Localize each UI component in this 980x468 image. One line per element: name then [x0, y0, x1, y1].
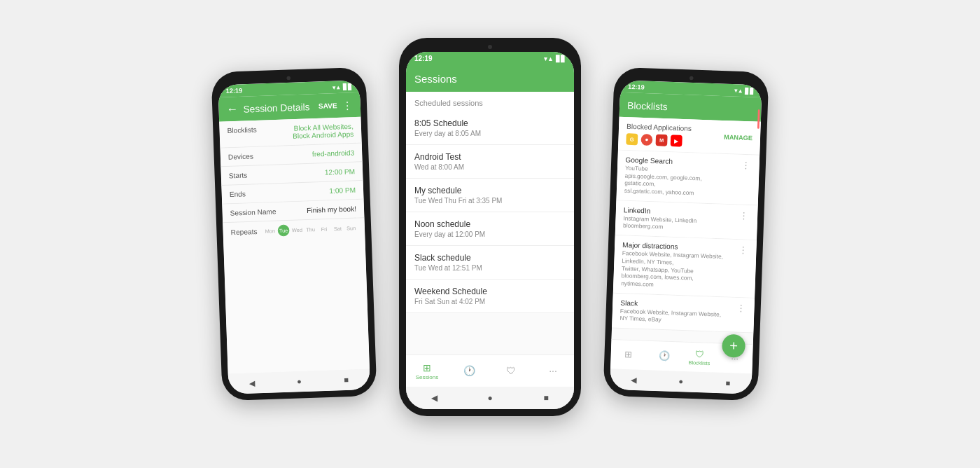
slack-sub: Facebook Website, Instagram Website, NY …	[620, 308, 723, 326]
major-distractions-sub: Facebook Website, Instagram Website, Lin…	[621, 250, 725, 291]
app-icon-google: G	[626, 133, 638, 145]
day-chips: Mon Tue Wed Thu Fri Sat Sun	[264, 222, 357, 237]
nav-timer[interactable]: 🕐	[448, 359, 490, 383]
repeats-label: Repeats	[231, 228, 258, 236]
android-nav-right: ◀ ● ■	[610, 369, 752, 394]
sessions-nav-icon: ⊞	[423, 362, 431, 373]
recents-nav-right[interactable]: ■	[722, 376, 735, 390]
blocklists-nav-label-right: Blocklists	[688, 359, 710, 366]
day-fri[interactable]: Fri	[318, 223, 330, 235]
more-nav-icon: ···	[549, 365, 557, 376]
devices-value: fred-android3	[312, 149, 355, 158]
bottom-nav-center: ⊞ Sessions 🕐 🛡 ···	[406, 355, 574, 387]
android-nav-left: ◀ ● ■	[228, 369, 370, 394]
phone-sessions: 12:19 ▾▲ ▊▊ Sessions Scheduled sessions …	[399, 38, 581, 416]
phone-session-details: 12:19 ▾▲ ▊▊ ← Session Details SAVE ⋮ Blo…	[211, 67, 377, 401]
nav-more[interactable]: ···	[532, 359, 574, 383]
more-options-button[interactable]: ⋮	[342, 99, 353, 111]
nav-sessions-right[interactable]: ⊞	[610, 343, 647, 366]
more-dots-1[interactable]: ⋮	[740, 160, 752, 170]
day-tue[interactable]: Tue	[278, 224, 290, 236]
sessions-content: Scheduled sessions 8:05 Schedule Every d…	[406, 92, 574, 355]
nav-sessions[interactable]: ⊞ Sessions	[406, 359, 448, 383]
session-item-1[interactable]: 8:05 Schedule Every day at 8:05 AM	[406, 111, 574, 145]
manage-button[interactable]: MANAGE	[724, 133, 752, 142]
sessions-title: Sessions	[414, 73, 566, 85]
blocked-apps-label: Blocked Applications	[626, 123, 692, 132]
session-item-4[interactable]: Noon schedule Every day at 12:00 PM	[406, 212, 574, 246]
more-dots-2[interactable]: ⋮	[738, 210, 750, 221]
status-icons-left: ▾▲ ▊▊	[332, 83, 352, 90]
scheduled-sessions-header: Scheduled sessions	[406, 92, 574, 111]
app-icon-gmail: M	[656, 135, 668, 146]
blocklist-google-search[interactable]: Google Search YouTube apis.google.com, g…	[616, 151, 760, 206]
session-details-title: Session Details	[243, 101, 318, 114]
home-nav-center[interactable]: ●	[483, 391, 497, 405]
linkedin-sub: Instagram Website, LinkedIn bloomberg.co…	[623, 215, 696, 233]
nav-blocklists-right[interactable]: 🛡 Blocklists	[681, 346, 718, 369]
starts-value: 12:00 PM	[325, 167, 356, 177]
recents-nav-btn[interactable]: ■	[340, 373, 353, 387]
blocklists-content: Blocked Applications G M ▶ MANAGE	[611, 117, 760, 344]
more-dots-4[interactable]: ⋮	[735, 303, 747, 313]
ends-label: Ends	[230, 190, 246, 198]
day-mon[interactable]: Mon	[264, 225, 276, 237]
status-time-right: 12:19	[628, 83, 645, 90]
starts-label: Starts	[229, 171, 248, 179]
main-scene: 12:19 ▾▲ ▊▊ ← Session Details SAVE ⋮ Blo…	[0, 0, 980, 468]
blocklists-nav-icon: 🛡	[506, 365, 516, 376]
header-actions: SAVE ⋮	[318, 99, 353, 112]
blocked-apps-bar: Blocked Applications G M ▶ MANAGE	[618, 117, 761, 156]
status-bar-center: 12:19 ▾▲ ▊▊	[406, 52, 574, 65]
sessions-icon-right: ⊞	[624, 349, 633, 359]
back-button[interactable]: ←	[226, 102, 238, 116]
app-icon-youtube: ▶	[671, 135, 682, 146]
session-name-label: Session Name	[230, 207, 276, 216]
timer-icon-right: 🕐	[659, 350, 670, 361]
session-item-3[interactable]: My schedule Tue Wed Thu Fri at 3:35 PM	[406, 179, 574, 212]
back-nav-btn[interactable]: ◀	[245, 376, 258, 390]
back-nav-right[interactable]: ◀	[627, 373, 640, 387]
status-time-left: 12:19	[225, 87, 242, 95]
home-nav-btn[interactable]: ●	[293, 375, 306, 388]
more-dots-3[interactable]: ⋮	[737, 245, 749, 256]
android-nav-center: ◀ ● ■	[406, 387, 574, 409]
app-icon-chrome	[640, 134, 652, 146]
blocklists-label: Blocklists	[227, 125, 257, 135]
nav-timer-right[interactable]: 🕐	[646, 345, 682, 367]
sessions-nav-label: Sessions	[416, 374, 438, 380]
repeats-row: Repeats Mon Tue Wed Thu Fri Sat Sun	[223, 218, 365, 242]
blocklist-slack[interactable]: Slack Facebook Website, Instagram Websit…	[612, 293, 755, 333]
blocklist-linkedin[interactable]: LinkedIn Instagram Website, LinkedIn blo…	[615, 200, 758, 240]
recents-nav-center[interactable]: ■	[539, 391, 553, 405]
day-thu[interactable]: Thu	[304, 223, 316, 235]
sessions-header: Sessions	[406, 65, 574, 92]
phone-blocklists: 12:19 ▾▲ ▊▊ Blocklists Blocked Applicati…	[603, 67, 769, 401]
session-item-6[interactable]: Weekend Schedule Fri Sat Sun at 4:02 PM	[406, 280, 574, 313]
session-details-content: Blocklists Block All Websites, Block And…	[219, 117, 370, 374]
day-sun[interactable]: Sun	[345, 222, 357, 234]
status-time-center: 12:19	[414, 55, 433, 62]
day-sat[interactable]: Sat	[332, 223, 344, 235]
blocklists-icon-right: 🛡	[695, 349, 704, 359]
day-wed[interactable]: Wed	[291, 224, 303, 236]
devices-label: Devices	[228, 152, 253, 160]
blocklist-major-distractions[interactable]: Major distractions Facebook Website, Ins…	[613, 235, 757, 298]
google-search-sub: YouTube apis.google.com, google.com, gst…	[624, 165, 729, 198]
timer-nav-icon: 🕐	[463, 365, 475, 376]
save-button[interactable]: SAVE	[318, 102, 337, 110]
app-icons-row: G M ▶	[626, 133, 691, 147]
ends-value: 1:00 PM	[329, 186, 356, 195]
blocklists-title: Blocklists	[627, 99, 754, 115]
back-nav-center[interactable]: ◀	[427, 391, 441, 405]
nav-blocklists[interactable]: 🛡	[490, 359, 532, 383]
blocklists-value: Block All Websites, Block Android Apps	[278, 123, 354, 141]
session-item-2[interactable]: Android Test Wed at 8:00 AM	[406, 145, 574, 179]
home-nav-right[interactable]: ●	[674, 375, 687, 388]
session-item-5[interactable]: Slack schedule Tue Wed at 12:51 PM	[406, 246, 574, 280]
session-name-value: Finish my book!	[307, 205, 356, 214]
